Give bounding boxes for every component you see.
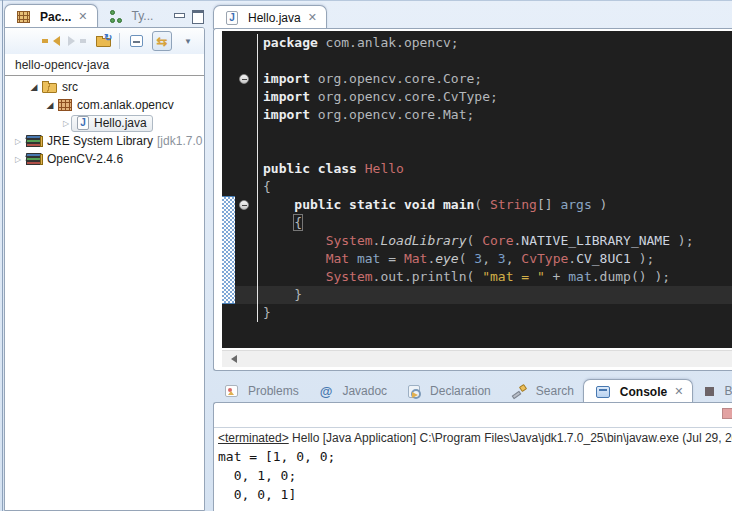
code-token: Core bbox=[482, 233, 513, 248]
tree-item-com-anlak-opencv[interactable]: ◢com.anlak.opencv bbox=[5, 96, 204, 114]
collapse-arrow-icon[interactable]: ◢ bbox=[29, 82, 39, 92]
code-token: 3 bbox=[474, 251, 482, 266]
code-token: = bbox=[380, 251, 403, 266]
explorer-tab-pac[interactable]: Pac...✕ bbox=[4, 4, 98, 28]
annotation-ruler bbox=[222, 34, 236, 52]
code-line[interactable]: import org.opencv.core.CvType; bbox=[222, 88, 732, 106]
code-text bbox=[258, 52, 263, 70]
code-token: .out.println( bbox=[373, 269, 483, 284]
up-button[interactable]: ↻ bbox=[93, 31, 113, 51]
console-output: mat = [1, 0, 0; 0, 1, 0; 0, 0, 1] bbox=[214, 447, 732, 504]
console-toolbar bbox=[214, 403, 732, 426]
project-scope-header: hello-opencv-java bbox=[5, 54, 204, 74]
minimize-icon[interactable] bbox=[173, 10, 184, 20]
code-line[interactable]: public static void main( String[] args ) bbox=[222, 196, 732, 214]
explorer-tab-ty[interactable]: Ty... bbox=[98, 4, 163, 28]
code-token: Mat bbox=[404, 251, 427, 266]
code-line[interactable]: { bbox=[222, 214, 732, 232]
collapse-arrow-icon[interactable]: ◢ bbox=[45, 100, 55, 110]
tab-label: Declaration bbox=[430, 384, 491, 398]
expand-arrow-icon[interactable]: ▷ bbox=[13, 137, 23, 146]
code-token: import bbox=[263, 89, 310, 104]
java-file-icon: J bbox=[77, 116, 89, 130]
code-line[interactable] bbox=[222, 124, 732, 142]
maximize-icon[interactable] bbox=[192, 10, 203, 20]
tree-item-src[interactable]: ◢src bbox=[5, 78, 204, 96]
close-icon[interactable]: ✕ bbox=[674, 385, 683, 398]
code-token bbox=[263, 197, 294, 212]
close-icon[interactable]: ✕ bbox=[308, 11, 317, 24]
code-line[interactable]: System.out.println( "mat = " + mat.dump(… bbox=[222, 268, 732, 286]
code-text: } bbox=[258, 304, 271, 322]
bottom-tab-console[interactable]: Console✕ bbox=[583, 379, 694, 403]
bottom-tab-declaration[interactable]: Declaration bbox=[396, 379, 500, 403]
code-line[interactable] bbox=[222, 52, 732, 70]
method-range-indicator bbox=[222, 196, 235, 304]
tab-label: Search bbox=[536, 384, 574, 398]
code-text bbox=[258, 142, 263, 160]
expand-arrow-icon[interactable]: ▷ bbox=[13, 155, 23, 164]
console-view-panel: Problems@JavadocDeclarationSearchConsole… bbox=[213, 377, 732, 511]
code-token: } bbox=[263, 305, 271, 320]
code-text: import org.opencv.core.Core; bbox=[258, 70, 482, 88]
annotation-ruler bbox=[222, 178, 236, 196]
link-with-editor-button[interactable]: ⇆ bbox=[152, 31, 172, 51]
back-icon bbox=[42, 36, 60, 46]
library-icon bbox=[26, 153, 42, 166]
close-icon[interactable]: ✕ bbox=[78, 10, 87, 23]
code-editor[interactable]: package com.anlak.opencv;import org.open… bbox=[222, 31, 732, 348]
folding-column bbox=[236, 250, 258, 268]
forward-icon bbox=[68, 36, 86, 46]
code-text: public static void main( String[] args ) bbox=[258, 196, 607, 214]
bug-square-icon bbox=[705, 387, 714, 396]
code-line[interactable]: System.LoadLibrary( Core.NATIVE_LIBRARY_… bbox=[222, 232, 732, 250]
fold-collapse-icon[interactable] bbox=[239, 200, 249, 210]
tree-item-hello-java[interactable]: ▷JHello.java bbox=[5, 114, 204, 132]
code-line[interactable] bbox=[222, 142, 732, 160]
code-line[interactable]: { bbox=[222, 178, 732, 196]
folding-column bbox=[236, 286, 258, 304]
bottom-tab-problems[interactable]: Problems bbox=[213, 379, 308, 403]
code-token bbox=[263, 215, 294, 230]
code-line[interactable]: } bbox=[222, 304, 732, 322]
editor-pane: J Hello.java ✕ package com.anlak.opencv;… bbox=[213, 3, 732, 371]
expand-arrow-icon[interactable]: ▷ bbox=[61, 119, 71, 128]
bottom-tab-javadoc[interactable]: @Javadoc bbox=[308, 379, 396, 403]
forward-button[interactable] bbox=[67, 31, 87, 51]
selected-highlight: JHello.java bbox=[71, 115, 153, 132]
launch-description: Hello [Java Application] C:\Program File… bbox=[289, 431, 732, 445]
header-separator bbox=[5, 75, 204, 76]
tab-label: Pac... bbox=[40, 10, 71, 24]
back-button[interactable] bbox=[41, 31, 61, 51]
tree-item-label: OpenCV-2.4.6 bbox=[47, 152, 123, 166]
code-line[interactable]: import org.opencv.core.Mat; bbox=[222, 106, 732, 124]
code-text: Mat mat = Mat.eye( 3, 3, CvType.CV_8UC1 … bbox=[258, 250, 654, 268]
code-line[interactable]: } bbox=[222, 286, 732, 304]
editor-tab-hello-java[interactable]: J Hello.java ✕ bbox=[213, 5, 327, 29]
code-line[interactable]: public class Hello bbox=[222, 160, 732, 178]
code-token: org.opencv.core.Core; bbox=[310, 71, 482, 86]
console-output-line: 0, 0, 1] bbox=[218, 485, 732, 504]
annotation-ruler bbox=[222, 304, 236, 322]
package-explorer-icon bbox=[17, 11, 30, 23]
folding-column bbox=[236, 214, 258, 232]
console-document[interactable]: <terminated> Hello [Java Application] C:… bbox=[214, 427, 732, 511]
bottom-tab-search[interactable]: Search bbox=[500, 379, 583, 403]
code-line[interactable]: Mat mat = Mat.eye( 3, 3, CvType.CV_8UC1 … bbox=[222, 250, 732, 268]
code-token: ) bbox=[592, 197, 608, 212]
tree-item-jre-system-library[interactable]: ▷JRE System Library[jdk1.7.0 bbox=[5, 132, 204, 150]
folding-column bbox=[236, 52, 258, 70]
code-line[interactable]: package com.anlak.opencv; bbox=[222, 34, 732, 52]
editor-box: package com.anlak.opencv;import org.open… bbox=[213, 28, 732, 371]
terminate-icon[interactable] bbox=[722, 408, 732, 419]
code-token bbox=[357, 161, 365, 176]
tree-item-opencv-2-4-6[interactable]: ▷OpenCV-2.4.6 bbox=[5, 150, 204, 168]
view-menu-button[interactable]: ▼ bbox=[178, 31, 198, 51]
editor-horizontal-scrollbar[interactable] bbox=[222, 350, 732, 367]
code-text: System.LoadLibrary( Core.NATIVE_LIBRARY_… bbox=[258, 232, 694, 250]
fold-collapse-icon[interactable] bbox=[239, 74, 249, 84]
collapse-all-button[interactable] bbox=[126, 31, 146, 51]
bottom-tab-bug-explorer[interactable]: Bug Explorer bbox=[693, 379, 732, 403]
code-token: public class bbox=[263, 161, 357, 176]
code-line[interactable]: import org.opencv.core.Core; bbox=[222, 70, 732, 88]
